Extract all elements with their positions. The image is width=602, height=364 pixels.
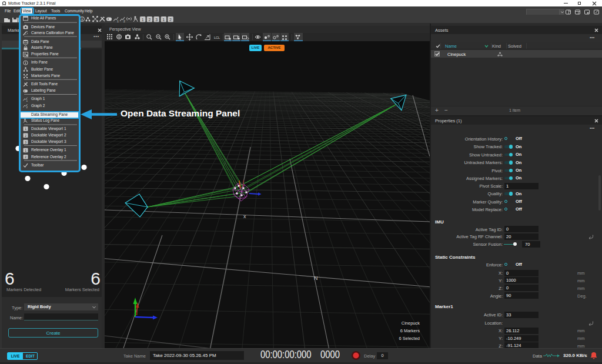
svg-text:LCL: LCL <box>214 36 220 39</box>
svg-text:N: N <box>314 275 318 281</box>
svg-text:x: x <box>243 213 246 219</box>
svg-text:1: 1 <box>142 17 144 21</box>
svg-text:2: 2 <box>148 17 150 21</box>
svg-text:3: 3 <box>155 17 158 21</box>
svg-text:6 Markers: 6 Markers <box>400 328 420 333</box>
svg-text:Open Data Streaming Panel: Open Data Streaming Panel <box>121 108 240 118</box>
svg-text:1: 1 <box>117 19 119 23</box>
svg-text:2: 2 <box>123 19 125 23</box>
svg-text:2: 2 <box>169 17 172 21</box>
svg-text:6 Selected: 6 Selected <box>399 336 420 341</box>
svg-text:1: 1 <box>162 17 165 21</box>
svg-text:Cinepuck: Cinepuck <box>402 320 420 326</box>
